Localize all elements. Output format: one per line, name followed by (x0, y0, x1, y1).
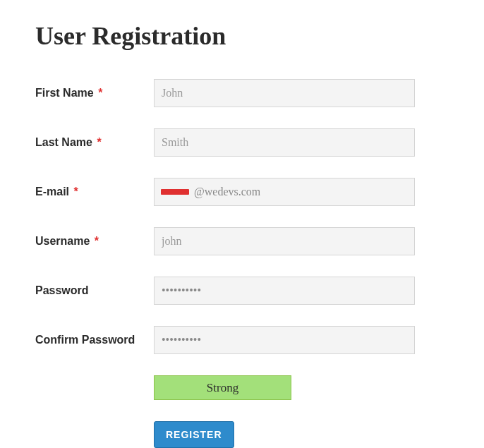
confirm-password-label: Confirm Password (35, 334, 154, 346)
field-confirm-password: Confirm Password (35, 326, 449, 354)
first-name-label: First Name * (35, 87, 154, 99)
page-title: User Registration (35, 21, 449, 51)
password-strength-indicator: Strong (154, 375, 291, 400)
last-name-label: Last Name * (35, 136, 154, 149)
email-label-text: E-mail (35, 186, 69, 198)
field-first-name: First Name * (35, 79, 449, 107)
required-asterisk: * (95, 235, 99, 247)
required-asterisk: * (98, 87, 102, 99)
registration-form: First Name * Last Name * E-mail * Userna… (35, 79, 449, 448)
field-username: Username * (35, 227, 449, 255)
email-input[interactable] (154, 178, 415, 206)
first-name-input[interactable] (154, 79, 415, 107)
password-input[interactable] (154, 277, 415, 305)
register-button[interactable]: REGISTER (154, 421, 234, 448)
password-label: Password (35, 284, 154, 297)
confirm-password-label-text: Confirm Password (35, 334, 135, 346)
username-input[interactable] (154, 227, 415, 255)
password-label-text: Password (35, 284, 89, 296)
last-name-label-text: Last Name (35, 136, 92, 148)
field-email: E-mail * (35, 178, 449, 206)
confirm-password-input[interactable] (154, 326, 415, 354)
email-label: E-mail * (35, 186, 154, 198)
username-label-text: Username (35, 235, 90, 247)
field-password: Password (35, 277, 449, 305)
required-asterisk: * (73, 186, 78, 198)
field-last-name: Last Name * (35, 128, 449, 157)
submit-row: REGISTER (35, 421, 449, 448)
last-name-input[interactable] (154, 128, 415, 157)
password-strength-row: Strong (35, 375, 449, 400)
username-label: Username * (35, 235, 154, 248)
first-name-label-text: First Name (35, 87, 94, 99)
required-asterisk: * (97, 136, 101, 148)
